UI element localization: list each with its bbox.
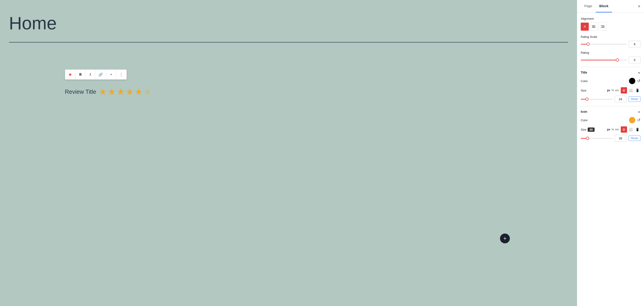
icon-color-row: Color ↺: [581, 117, 640, 123]
icon-section-label: Icon: [581, 110, 587, 114]
page-divider: [9, 42, 568, 42]
title-size-input[interactable]: 24: [615, 96, 626, 102]
size-unit-em[interactable]: em: [615, 88, 620, 92]
icon-size-label: Size: [581, 128, 586, 131]
plus-icon: +: [503, 235, 506, 242]
title-color-reset[interactable]: ↺: [637, 79, 640, 83]
color-label: Color: [581, 80, 588, 83]
rating-input[interactable]: 5: [629, 56, 640, 63]
icon-size-input[interactable]: 28: [615, 135, 626, 142]
rating-label: Rating: [581, 51, 640, 54]
icon-collapsible-header[interactable]: Icon ▲: [581, 106, 640, 117]
title-section: Title ▲ Color ↺ Size px % em: [581, 67, 640, 106]
star-icon: ★: [68, 72, 72, 77]
sidebar: Page Block × Alignment ≡: [577, 0, 644, 306]
star-rating: ★ ★ ★ ★ ★ ★: [99, 87, 152, 96]
device-icons: 🖥 ⬜ 📱: [621, 87, 640, 94]
block-toolbar: ★ B I 🔗 ▾ ⋮: [65, 69, 127, 80]
chevron-down-icon: ▾: [110, 73, 112, 76]
slider-thumb-title-size[interactable]: [586, 98, 588, 101]
icon-device-tablet-btn[interactable]: ⬜: [628, 126, 634, 133]
slider-thumb-icon-size[interactable]: [586, 137, 589, 140]
device-mobile-btn[interactable]: 📱: [634, 87, 640, 94]
star-icon-button[interactable]: ★: [65, 70, 76, 80]
alignment-section: Alignment ≡: [581, 17, 640, 35]
icon-device-desktop-btn[interactable]: 🖥: [621, 126, 627, 133]
align-left-button[interactable]: ≡: [581, 22, 589, 31]
rating-scale-slider[interactable]: [581, 42, 626, 46]
close-button[interactable]: ×: [638, 4, 640, 8]
icon-size-reset-button[interactable]: Reset: [628, 136, 640, 141]
slider-thumb-rating[interactable]: [616, 58, 619, 62]
title-size-reset-button[interactable]: Reset: [628, 96, 640, 102]
star-5: ★: [134, 87, 143, 96]
alignment-buttons: ≡: [581, 22, 640, 31]
slider-thumb[interactable]: [586, 42, 590, 46]
slider-track: [581, 44, 626, 44]
icon-size-row: Size 28 px % em 🖥 ⬜ 📱: [581, 126, 640, 133]
star-3: ★: [117, 87, 125, 96]
title-size-row: Size px % em 🖥 ⬜ 📱: [581, 87, 640, 94]
size-unit-pct[interactable]: %: [611, 88, 614, 92]
link-button[interactable]: 🔗: [95, 70, 106, 80]
device-tablet-btn[interactable]: ⬜: [628, 87, 634, 94]
more-options-chevron[interactable]: ▾: [106, 70, 116, 80]
icon-color-swatch[interactable]: [629, 117, 635, 123]
ellipsis-icon: ⋮: [119, 72, 124, 77]
icon-size-tooltip: 28: [588, 128, 594, 132]
star-1: ★: [99, 87, 107, 96]
star-4: ★: [126, 87, 134, 96]
icon-size-label-row: Size 28: [581, 128, 594, 132]
icon-section: Icon ▲ Color ↺ Size 28 px: [581, 106, 640, 145]
bold-button[interactable]: B: [76, 70, 86, 80]
star-6: ★: [144, 87, 152, 96]
rating-slider-row: 5: [581, 56, 640, 63]
icon-size-slider[interactable]: [581, 136, 612, 140]
title-size-slider[interactable]: [581, 97, 612, 101]
color-controls: ↺: [629, 78, 640, 84]
slider-track-icon-size: [581, 138, 612, 139]
size-units: px % em: [607, 88, 620, 92]
icon-chevron-up-icon: ▲: [638, 110, 640, 113]
icon-size-controls: px % em 🖥 ⬜ 📱: [607, 126, 640, 133]
slider-fill-rating: [581, 60, 618, 60]
alignment-label: Alignment: [581, 17, 640, 20]
icon-color-reset[interactable]: ↺: [637, 118, 640, 122]
icon-size-unit-pct[interactable]: %: [611, 128, 614, 131]
icon-color-label: Color: [581, 118, 588, 122]
icon-size-unit-em[interactable]: em: [615, 128, 620, 131]
icon-device-mobile-btn[interactable]: 📱: [634, 126, 640, 133]
italic-button[interactable]: I: [86, 70, 95, 80]
sidebar-body: Alignment ≡: [577, 12, 644, 150]
tab-page[interactable]: Page: [581, 0, 596, 12]
align-right-icon: [601, 26, 604, 28]
slider-track-title-size: [581, 99, 612, 100]
rating-slider[interactable]: [581, 58, 626, 62]
rating-section: Rating 5: [581, 51, 640, 67]
sidebar-header: Page Block ×: [577, 0, 644, 12]
device-desktop-btn[interactable]: 🖥: [621, 87, 627, 94]
tab-block[interactable]: Block: [596, 0, 612, 12]
rating-scale-section: Rating Scale 6: [581, 35, 640, 51]
size-unit-px[interactable]: px: [607, 88, 611, 92]
slider-track-rating: [581, 60, 626, 60]
title-color-row: Color ↺: [581, 78, 640, 84]
align-right-button[interactable]: [598, 22, 607, 31]
title-collapsible-header[interactable]: Title ▲: [581, 67, 640, 78]
review-block: Review Title ★ ★ ★ ★ ★ ★: [65, 87, 152, 96]
align-center-button[interactable]: [590, 22, 598, 31]
review-title-text: Review Title: [65, 88, 96, 95]
size-label: Size: [581, 89, 586, 92]
link-icon: 🔗: [98, 72, 103, 77]
more-options-button[interactable]: ⋮: [116, 70, 126, 80]
title-color-swatch[interactable]: [629, 78, 635, 84]
add-block-button[interactable]: +: [500, 234, 510, 243]
align-center-icon: [592, 26, 596, 28]
align-left-icon: ≡: [584, 24, 586, 29]
icon-size-unit-px[interactable]: px: [607, 128, 611, 131]
title-size-slider-row: 24 Reset: [581, 96, 640, 102]
icon-device-icons: 🖥 ⬜ 📱: [621, 126, 640, 133]
bold-icon: B: [79, 72, 82, 76]
star-2: ★: [108, 87, 116, 96]
rating-scale-input[interactable]: 6: [629, 41, 640, 48]
